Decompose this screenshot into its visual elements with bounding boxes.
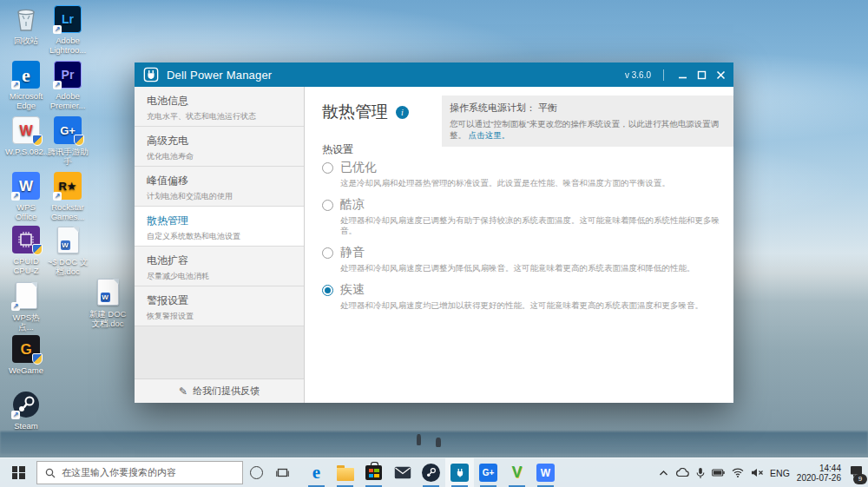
action-center-button[interactable]: 9 [850, 465, 863, 481]
edge-icon: e [312, 462, 320, 484]
info-icon[interactable]: i [396, 106, 409, 119]
desktop-icon-word-doc[interactable]: W 新建 DOC 文档.doc [87, 278, 128, 328]
option-description: 处理器和冷却风扇速度已调整为降低风扇噪音。这可能意味着更高的系统表面温度和降低的… [340, 263, 721, 273]
desktop-icon-lightroom[interactable]: Lr ↗ Adobe Lightroo... [47, 5, 89, 55]
taskbar-app-v[interactable]: V [503, 458, 531, 487]
taskbar-app-steam[interactable] [417, 458, 445, 487]
option-ultra-performance-radio-row[interactable]: 疾速 [322, 282, 721, 298]
cortana-icon [250, 466, 263, 479]
desktop-icon-label: W.P.S.082... [5, 147, 47, 156]
cpu-z-icon [12, 226, 40, 253]
uac-shield-icon [32, 244, 43, 255]
desktop-icon-blank-file[interactable]: ↗ WPS热点... [5, 281, 47, 332]
desktop-icon-gameloop[interactable]: G+ 腾讯手游助手 [47, 116, 89, 166]
page-title: 散热管理 [322, 101, 388, 123]
system-tray: ENG 14:44 2020-07-26 9 [659, 464, 868, 483]
taskbar-clock[interactable]: 14:44 2020-07-26 [797, 464, 841, 483]
taskbar-search-box[interactable]: 在这里输入你要搜索的内容 [36, 461, 243, 484]
desktop-icon-wps-installer[interactable]: W W.P.S.082... [5, 116, 47, 156]
sidebar-filler [135, 326, 304, 378]
desktop-icon-wegame[interactable]: G WeGame [5, 335, 47, 375]
sidebar-item-battery-extender[interactable]: 电池扩容 尽量减少电池消耗 [135, 247, 304, 286]
window-title: Dell Power Manager [167, 69, 272, 82]
desktop-icon-label: Microsoft Edge [5, 91, 47, 110]
radio-selected-icon[interactable] [322, 285, 333, 296]
desktop-icon-label: WeGame [5, 365, 47, 375]
microphone-icon[interactable] [696, 467, 705, 479]
window-titlebar[interactable]: Dell Power Manager v 3.6.0 [135, 63, 733, 87]
radio-unselected-icon[interactable] [322, 200, 333, 211]
desktop-icon-label: 腾讯手游助手 [47, 147, 89, 166]
close-button[interactable] [711, 63, 730, 87]
tray-chevron-up-icon[interactable] [659, 470, 668, 477]
start-button[interactable] [0, 458, 36, 487]
power-plan-link[interactable]: 点击这里。 [469, 130, 510, 140]
sidebar-item-peak-shift[interactable]: 峰值偏移 计划电池和交流电的使用 [135, 167, 304, 207]
feedback-label: 给我们提供反馈 [193, 385, 260, 398]
desktop-icon-label: Adobe Premier... [47, 91, 89, 110]
taskbar-app-file-explorer[interactable] [331, 458, 359, 487]
option-optimized-radio-row[interactable]: 已优化 [322, 160, 721, 175]
person-silhouette [436, 438, 441, 447]
desktop-icon-recycle-bin[interactable]: 回收站 [5, 5, 47, 45]
wegame-icon: G [12, 335, 40, 363]
taskbar-app-mail[interactable] [388, 458, 417, 487]
desktop-icon-label: CPUID CPU-Z [5, 256, 47, 275]
onedrive-cloud-icon[interactable] [675, 468, 689, 477]
sidebar-item-alert-settings[interactable]: 警报设置 恢复警报设置 [135, 286, 304, 326]
desktop-icon-label: ~$ DOC 文档.doc [47, 257, 89, 276]
desktop-icon-label: WPS Office [5, 202, 47, 221]
desktop-icon-label: Adobe Lightroo... [47, 36, 89, 55]
sidebar-item-battery-information[interactable]: 电池信息 充电水平、状态和电池运行状态 [135, 87, 304, 127]
language-indicator[interactable]: ENG [770, 468, 790, 478]
sidebar-item-advanced-charge[interactable]: 高级充电 优化电池寿命 [135, 127, 304, 167]
uac-shield-icon [32, 135, 43, 146]
taskbar-app-edge[interactable]: e [302, 458, 331, 487]
option-cool-radio-row[interactable]: 酷凉 [322, 197, 721, 213]
power-plan-title: 操作系统电源计划： 平衡 [450, 102, 726, 115]
desktop-icon-word-temp[interactable]: W ~$ DOC 文档.doc [47, 226, 89, 276]
cortana-button[interactable] [243, 458, 269, 487]
search-placeholder: 在这里输入你要搜索的内容 [62, 466, 176, 479]
option-cool: 酷凉 处理器和冷却风扇速度已调整为有助于保持较凉的系统表面温度。这可能意味着降低… [322, 197, 721, 236]
desktop-icon-rockstar[interactable]: R★ ↗ Rockstar Games... [47, 172, 89, 221]
taskbar-app-store[interactable] [359, 458, 388, 487]
desktop-icon-label: 回收站 [5, 36, 47, 45]
pencil-icon: ✎ [179, 385, 187, 398]
desktop-icon-steam[interactable]: ↗ Steam [5, 391, 47, 431]
minimize-button[interactable] [673, 63, 692, 87]
desktop-icon-cpuz[interactable]: CPUID CPU-Z [5, 226, 47, 275]
steam-icon [422, 464, 440, 482]
feedback-button[interactable]: ✎ 给我们提供反馈 [135, 378, 304, 403]
taskbar-app-dell-power-manager[interactable] [445, 458, 474, 487]
file-explorer-icon [337, 468, 354, 481]
thermal-options: 已优化 这是冷却风扇和处理器热管理的标准设置。此设置是在性能、噪音和温度方面的平… [322, 160, 721, 319]
microsoft-store-icon [365, 465, 382, 480]
battery-icon[interactable] [712, 469, 725, 477]
wifi-icon[interactable] [732, 468, 744, 477]
blank-file-icon: ↗ [12, 282, 40, 310]
volume-muted-icon[interactable] [751, 468, 763, 477]
thermal-settings-label: 热设置 [322, 142, 353, 157]
desktop-icon-premiere[interactable]: Pr ↗ Adobe Premier... [47, 61, 89, 110]
power-plan-notice: 操作系统电源计划： 平衡 您可以通过“控制面板”来更改您的操作系统设置，以此进行… [442, 95, 733, 147]
sidebar-item-thermal-management[interactable]: 散热管理 自定义系统散热和电池设置 [135, 207, 304, 247]
option-quiet-radio-row[interactable]: 静音 [322, 245, 721, 260]
desktop-icon-label: Steam [5, 421, 47, 431]
task-view-button[interactable] [269, 458, 295, 487]
desktop-icon-edge[interactable]: e ↗ Microsoft Edge [5, 61, 47, 110]
desktop-icon-label: WPS热点... [5, 313, 47, 332]
wps-installer-icon: W [12, 116, 40, 144]
edge-icon: e ↗ [12, 61, 40, 89]
dell-power-manager-icon [450, 464, 469, 482]
sea-band [0, 431, 868, 454]
titlebar-divider [663, 69, 664, 81]
taskbar-app-gameloop[interactable]: G+ [474, 458, 503, 487]
mail-icon [394, 466, 411, 479]
uac-shield-icon [74, 135, 84, 146]
radio-unselected-icon[interactable] [322, 162, 333, 174]
taskbar-app-wps[interactable]: W [531, 458, 560, 487]
maximize-button[interactable] [692, 63, 711, 87]
desktop-icon-wps-office[interactable]: W ↗ WPS Office [5, 172, 47, 221]
radio-unselected-icon[interactable] [322, 247, 333, 259]
